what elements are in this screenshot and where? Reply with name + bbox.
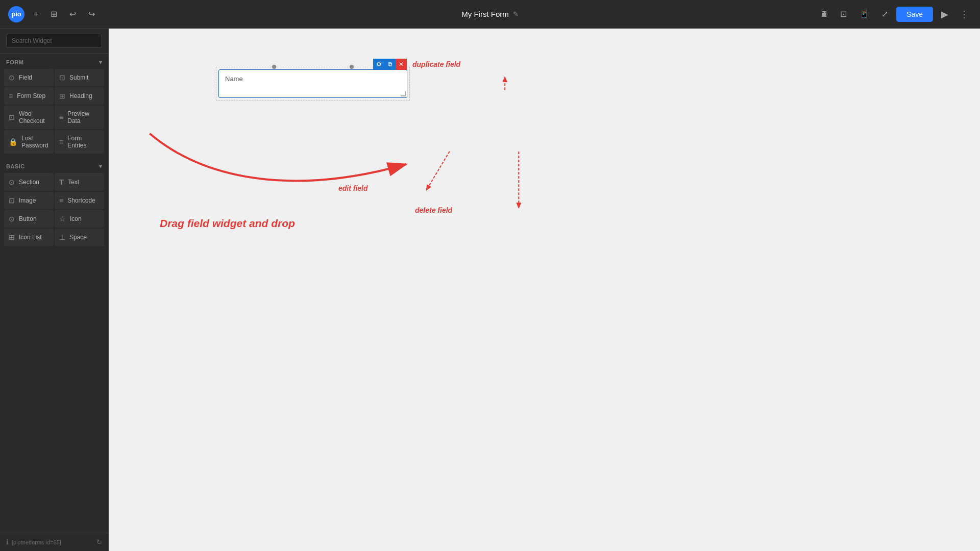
- widget-preview-data-label: Preview Data: [67, 110, 100, 124]
- widget-woo-checkout-label: Woo Checkout: [19, 110, 49, 124]
- woo-checkout-icon: ⊡: [9, 113, 15, 121]
- space-icon: ⊥: [59, 233, 65, 241]
- field-settings-button[interactable]: ⚙: [373, 59, 384, 70]
- widget-icon[interactable]: ☆ Icon: [55, 210, 104, 228]
- widget-lost-password[interactable]: 🔒 Lost Password: [4, 130, 54, 154]
- icon-widget-icon: ☆: [59, 215, 66, 223]
- form-widget-grid: ⊙ Field ⊡ Submit ≡ Form Step ⊞ Heading ⊡…: [0, 69, 108, 158]
- widget-button-label: Button: [19, 215, 37, 222]
- widget-preview-data[interactable]: ≡ Preview Data: [55, 106, 104, 129]
- refresh-icon[interactable]: ↻: [96, 538, 102, 546]
- field-label: Name: [225, 75, 243, 83]
- edit-title-button[interactable]: ✎: [513, 10, 519, 18]
- resize-handle[interactable]: [401, 91, 406, 96]
- drag-instruction: Drag field widget and drop: [160, 217, 295, 230]
- widget-section[interactable]: ⊙ Section: [4, 173, 54, 191]
- basic-section-header: BASIC ▾: [0, 158, 108, 173]
- sidebar-bottom-info: ℹ [plotnetforms id=65]: [6, 538, 61, 546]
- save-button[interactable]: Save: [896, 7, 933, 22]
- form-title: My First Form: [461, 10, 508, 18]
- text-icon: T: [59, 178, 64, 186]
- annotation-duplicate-field: duplicate field: [412, 60, 460, 68]
- preview-data-icon: ≡: [59, 113, 63, 121]
- heading-icon: ⊞: [59, 92, 65, 100]
- lost-password-icon: 🔒: [9, 138, 17, 146]
- widget-heading[interactable]: ⊞ Heading: [55, 87, 104, 105]
- field-body: Name: [219, 70, 407, 97]
- form-outer-box: ⚙ ⧉ ✕ Name: [216, 67, 410, 101]
- redo-button[interactable]: ↪: [85, 6, 98, 22]
- field-delete-button[interactable]: ✕: [396, 59, 407, 70]
- expand-button[interactable]: ⤢: [877, 6, 892, 22]
- widget-lost-password-label: Lost Password: [21, 135, 49, 149]
- widget-form-entries-label: Form Entries: [67, 135, 100, 149]
- widget-text-label: Text: [68, 179, 79, 186]
- svg-line-3: [427, 152, 450, 190]
- form-section-header: FORM ▾: [0, 54, 108, 69]
- mobile-view-button[interactable]: 📱: [855, 6, 873, 22]
- basic-section-toggle[interactable]: ▾: [99, 163, 102, 170]
- widget-field-label: Field: [19, 74, 32, 81]
- field-icon: ⊙: [9, 73, 15, 82]
- widget-heading-label: Heading: [69, 92, 92, 99]
- canvas: ⚙ ⧉ ✕ Name: [109, 29, 980, 551]
- widget-icon-label: Icon: [70, 215, 82, 222]
- widget-shortcode[interactable]: ≡ Shortcode: [55, 192, 104, 209]
- basic-widget-grid: ⊙ Section T Text ⊡ Image ≡ Shortcode ⊙ B…: [0, 173, 108, 250]
- undo-button[interactable]: ↩: [66, 6, 79, 22]
- widget-submit-label: Submit: [69, 74, 88, 81]
- widget-form-entries[interactable]: ≡ Form Entries: [55, 130, 104, 154]
- add-button[interactable]: +: [31, 7, 41, 22]
- topbar: pio + ⊞ ↩ ↪ My First Form ✎ 🖥 ⊡ 📱 ⤢ Save…: [0, 0, 980, 29]
- topbar-left: pio + ⊞ ↩ ↪: [8, 6, 98, 22]
- topbar-center: My First Form ✎: [461, 10, 518, 18]
- form-entries-icon: ≡: [59, 138, 63, 146]
- col-handle-1: [272, 65, 276, 69]
- section-icon: ⊙: [9, 178, 15, 186]
- annotation-edit-field: edit field: [338, 184, 368, 192]
- widget-text[interactable]: T Text: [55, 173, 104, 191]
- main-layout: FORM ▾ ⊙ Field ⊡ Submit ≡ Form Step ⊞ He…: [0, 29, 980, 551]
- widget-icon-list-label: Icon List: [19, 234, 42, 241]
- widget-submit[interactable]: ⊡ Submit: [55, 69, 104, 86]
- widget-woo-checkout[interactable]: ⊡ Woo Checkout: [4, 106, 54, 129]
- field-action-bar: ⚙ ⧉ ✕: [373, 59, 407, 70]
- widget-image-label: Image: [19, 197, 36, 204]
- desktop-view-button[interactable]: 🖥: [816, 7, 832, 22]
- shortcode-icon: ≡: [59, 196, 63, 205]
- widget-space[interactable]: ⊥ Space: [55, 229, 104, 246]
- widget-form-step-label: Form Step: [17, 92, 45, 99]
- button-icon: ⊙: [9, 215, 15, 223]
- annotation-delete-field: delete field: [415, 206, 452, 214]
- form-section-toggle[interactable]: ▾: [99, 59, 102, 66]
- logo[interactable]: pio: [8, 6, 24, 22]
- form-section-label: FORM: [6, 59, 23, 65]
- search-box: [0, 29, 108, 54]
- name-field[interactable]: ⚙ ⧉ ✕ Name: [218, 69, 407, 98]
- field-duplicate-button[interactable]: ⧉: [384, 59, 396, 70]
- tablet-view-button[interactable]: ⊡: [836, 6, 851, 22]
- shortcode-display: [plotnetforms id=65]: [12, 539, 61, 545]
- sidebar-bottom: ℹ [plotnetforms id=65] ↻: [0, 533, 108, 551]
- widget-shortcode-label: Shortcode: [67, 197, 95, 204]
- canvas-inner: ⚙ ⧉ ✕ Name: [109, 29, 980, 551]
- icon-list-icon: ⊞: [9, 233, 15, 241]
- topbar-right: 🖥 ⊡ 📱 ⤢ Save ▶ ⋮: [816, 6, 972, 22]
- form-outer-container: ⚙ ⧉ ✕ Name: [216, 67, 410, 101]
- widget-icon-list[interactable]: ⊞ Icon List: [4, 229, 54, 246]
- search-input[interactable]: [6, 34, 102, 48]
- sidebar: FORM ▾ ⊙ Field ⊡ Submit ≡ Form Step ⊞ He…: [0, 29, 109, 551]
- play-button[interactable]: ▶: [937, 7, 952, 22]
- widget-form-step[interactable]: ≡ Form Step: [4, 87, 54, 105]
- more-button[interactable]: ⋮: [957, 7, 972, 22]
- info-icon[interactable]: ℹ: [6, 538, 9, 546]
- widget-field[interactable]: ⊙ Field: [4, 69, 54, 86]
- layers-button[interactable]: ⊞: [47, 6, 60, 22]
- image-icon: ⊡: [9, 196, 15, 205]
- widget-button[interactable]: ⊙ Button: [4, 210, 54, 228]
- widget-image[interactable]: ⊡ Image: [4, 192, 54, 209]
- form-step-icon: ≡: [9, 92, 13, 100]
- basic-section-label: BASIC: [6, 163, 25, 169]
- arrows-overlay: [109, 29, 980, 551]
- widget-section-label: Section: [19, 179, 39, 186]
